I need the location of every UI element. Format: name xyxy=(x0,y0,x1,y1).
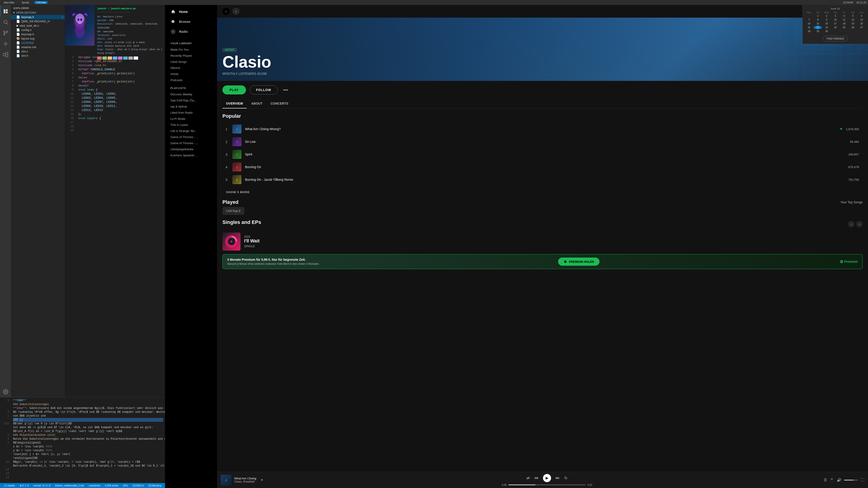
spotify-scrollable-content[interactable]: ARTIST Clasio MONTHLY LISTENERS 43,038 P… xyxy=(217,18,868,472)
app-label-vscode[interactable]: VSCode xyxy=(35,1,48,4)
cal-day-2[interactable]: 2 xyxy=(822,14,831,18)
fullscreen-button[interactable]: ⛶ xyxy=(861,478,864,482)
spotify-playlist-liked-radio[interactable]: Liked from Radio xyxy=(165,109,217,116)
spotify-nav-home[interactable]: Home xyxy=(165,7,217,17)
explorer-file-qmk[interactable]: 📄 QMK_KEYBOARD_H xyxy=(11,19,65,24)
cal-day-12[interactable]: 12 xyxy=(849,18,857,22)
spotify-library-recently-played[interactable]: Recently Played xyxy=(165,53,217,59)
explorer-file-config[interactable]: 📄 config.h xyxy=(11,28,65,32)
code-content[interactable]: #pragma once #include <QMK_KEYBOARD_H> #… xyxy=(76,54,165,397)
error-count[interactable]: ⊗ 0 ⚠ 0 xyxy=(18,484,30,487)
ep-card[interactable]: 2020 I'll Wait SINGLE xyxy=(222,232,863,251)
activity-bar-search[interactable] xyxy=(0,17,11,28)
cal-day-10[interactable]: 10 xyxy=(831,18,839,22)
app-label-spotify[interactable]: Spotify xyxy=(20,1,31,4)
track-row-2[interactable]: 2 ♪ So Low 65,484 xyxy=(222,135,863,148)
cal-day-20[interactable]: 20 xyxy=(857,22,866,25)
chill-rap-item[interactable]: Chill Rap E xyxy=(222,207,244,215)
progress-bar[interactable] xyxy=(508,484,585,485)
activity-bar-git[interactable] xyxy=(0,28,11,38)
explorer-file-vim-c[interactable]: 📄 vim.c xyxy=(11,49,65,54)
cal-day-23[interactable]: 23 xyxy=(822,26,831,29)
cal-day-13[interactable]: 13 xyxy=(857,18,866,22)
cal-day-22[interactable]: 22 xyxy=(814,26,822,29)
cal-day-29[interactable]: 29 xyxy=(814,30,822,33)
cal-day-26[interactable]: 26 xyxy=(849,26,857,29)
spotify-playlist-rap[interactable]: rap & hiphop xyxy=(165,103,217,109)
tab-concerts[interactable]: CONCERTS xyxy=(267,99,292,108)
explorer-file-layout[interactable]: 🎨 layout.svg xyxy=(11,36,65,41)
track-row-4[interactable]: 4 ♪ Burning On 879,478 xyxy=(222,161,863,173)
spotify-playlist-loane[interactable]: This is Loane xyxy=(165,122,217,128)
track-row-5[interactable]: 5 ♪ Burning On - Jacob Tillberg Remix 75… xyxy=(222,173,863,186)
spotify-playlist-sad-chill[interactable]: Sad Chill Rap (Tw... xyxy=(165,97,217,103)
cal-day-17[interactable]: 17 xyxy=(831,22,839,25)
spotify-playlist-got1[interactable]: Game of Thrones - ... xyxy=(165,134,217,140)
spotify-playlist-got2[interactable]: Game of Thrones - ... xyxy=(165,140,217,146)
repeat-button[interactable]: ↻ xyxy=(564,476,567,481)
cal-day-6[interactable]: 6 xyxy=(857,14,866,18)
track-row-3[interactable]: 3 ♪ Spirit 190,857 xyxy=(222,148,863,161)
queue-button[interactable]: ☰ xyxy=(824,478,827,482)
cal-day-8[interactable]: 8 xyxy=(814,18,822,22)
bottom-code-content[interactable]: **TODO** ### Substitutionsregel **Idee**… xyxy=(11,397,165,483)
cal-day-3[interactable]: 3 xyxy=(831,14,839,18)
your-top-songs[interactable]: Your Top Songs xyxy=(840,200,863,204)
cal-day-30[interactable]: 30 xyxy=(822,30,831,33)
cal-day-5[interactable]: 5 xyxy=(849,14,857,18)
spotify-playlist-discover[interactable]: Discover Weekly xyxy=(165,91,217,97)
cal-day-9[interactable]: 9 xyxy=(822,18,831,22)
code-editor[interactable]: 12345 678910 1112131415 16171819 #pragma… xyxy=(65,54,165,397)
tab-about[interactable]: ABOUT xyxy=(248,99,266,108)
track-row-1[interactable]: 1 ♪ What Am I Doing Wrong? ♥ 1,679,305 xyxy=(222,123,863,135)
spotify-library-made-for-you[interactable]: Made For You xyxy=(165,46,217,53)
explorer-open-editors-section[interactable]: ▼ OPEN EDITORS xyxy=(11,10,65,15)
app-label-utility[interactable]: Atları/tility xyxy=(2,1,16,4)
cal-day-25[interactable]: 25 xyxy=(840,26,848,29)
cal-day-18[interactable]: 18 xyxy=(840,22,848,25)
spotify-forward-button[interactable]: › xyxy=(232,8,240,15)
next-button[interactable]: ⏭ xyxy=(556,476,560,480)
volume-icon[interactable]: 🔊 xyxy=(837,478,841,482)
devices-button[interactable]: 📱 xyxy=(830,478,834,482)
cal-day-1[interactable]: 1 xyxy=(814,14,822,18)
cal-day-27[interactable]: 27 xyxy=(857,26,866,29)
spotify-nav-browse[interactable]: Browse xyxy=(165,17,217,27)
tab-overview[interactable]: OVERVIEW xyxy=(222,99,247,108)
prev-button[interactable]: ⏮ xyxy=(534,476,538,480)
spotify-playlist-kutchers[interactable]: Kutchers Splasher ... xyxy=(165,152,217,158)
more-options-button[interactable]: ••• xyxy=(281,86,290,94)
shuffle-button[interactable]: ⇌ xyxy=(526,476,530,481)
cal-day-24[interactable]: 24 xyxy=(831,26,839,29)
show-more-button[interactable]: SHOW 5 MORE xyxy=(222,189,253,196)
spotify-library-artists[interactable]: Artists xyxy=(165,71,217,77)
explorer-file-keymap-active[interactable]: 📄 keymap.h 4 xyxy=(11,15,65,19)
player-liked-icon[interactable]: ♥ xyxy=(261,478,263,482)
track-liked-1[interactable]: ♥ xyxy=(840,127,842,131)
spotify-back-button[interactable]: ‹ xyxy=(222,8,230,15)
cal-day-15[interactable]: 15 xyxy=(814,22,822,25)
spotify-playlist-life-strange[interactable]: Life is Strange: Be... xyxy=(165,128,217,134)
premium-button[interactable]: PREMIUM HOLEN xyxy=(558,258,599,266)
play-pause-button[interactable]: ▶ xyxy=(543,474,551,482)
find-friends-button[interactable]: FIND FRIENDS xyxy=(823,36,848,41)
cal-day-11[interactable]: 11 xyxy=(840,18,848,22)
explorer-file-keymap2[interactable]: 📄 keymap.h xyxy=(11,32,65,36)
cal-day-21[interactable]: 21 xyxy=(805,26,813,29)
spotify-playlist-lofi[interactable]: Lo-Fi Beats xyxy=(165,116,217,122)
cal-day-19[interactable]: 19 xyxy=(849,22,857,25)
explorer-file-license[interactable]: 📄 LICENSE xyxy=(11,41,65,45)
spotify-library-albums[interactable]: Albums xyxy=(165,65,217,71)
singles-prev[interactable]: ‹ xyxy=(848,221,855,227)
follow-button[interactable]: FOLLOW xyxy=(250,86,278,94)
volume-bar[interactable] xyxy=(844,480,858,481)
cal-day-14[interactable]: 14 xyxy=(805,22,813,25)
activity-bar-extensions[interactable] xyxy=(0,49,11,60)
cal-day-16[interactable]: 16 xyxy=(822,22,831,25)
spotify-playlist-lifestyle[interactable]: Lifestylegettränke xyxy=(165,146,217,152)
play-button[interactable]: PLAY xyxy=(222,86,246,94)
cal-day-4[interactable]: 4 xyxy=(840,14,848,18)
singles-next[interactable]: › xyxy=(856,221,863,227)
cal-day-28[interactable]: 28 xyxy=(805,30,813,33)
explorer-file-readme[interactable]: 📄 readme.md xyxy=(11,45,65,49)
